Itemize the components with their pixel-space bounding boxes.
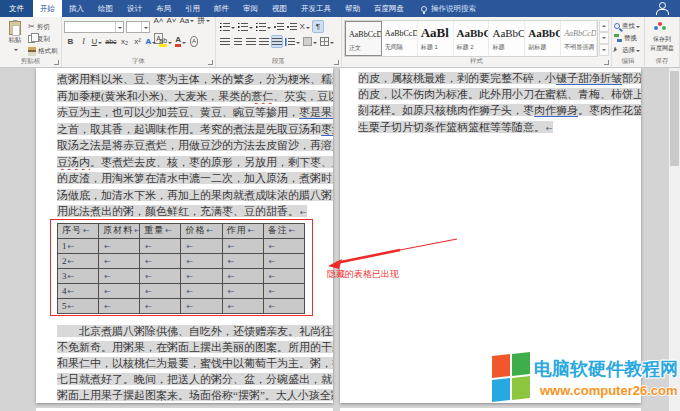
font-name-input[interactable]: [65, 22, 115, 32]
font-name-combo[interactable]: [64, 21, 124, 33]
scrollbar-thumb[interactable]: [670, 71, 679, 166]
font-group: A˄A˅Aa拼A BIUabcx₂x²AabAA 字体: [62, 17, 216, 67]
subscript-button[interactable]: x₂: [119, 35, 131, 48]
clipboard-group: 粘贴 ✂ 剪切 复制 格式刷 剪贴板: [0, 17, 62, 67]
ribbon: 粘贴 ✂ 剪切 复制 格式刷 剪贴板: [0, 17, 680, 68]
text-line[interactable]: 生栗子切片切条作篮柄篮框等等随意。←: [358, 119, 641, 135]
align-right-button[interactable]: [245, 35, 257, 48]
text-line[interactable]: 刻花样。如原只核桃肉作狮子头，枣肉作狮身。枣肉作花篮，: [358, 102, 641, 118]
text-line[interactable]: 用此法煮出的粥，颜色鲜红，充满枣、豆的甜香。←: [57, 203, 333, 220]
ribbon-tab-12[interactable]: 百度网盘: [367, 0, 411, 17]
italic-button[interactable]: I: [78, 35, 90, 48]
text-line[interactable]: 和果仁中，以核桃仁为最要，蜜饯中以葡萄干为主。粥，初: [57, 355, 333, 371]
strikethrough-button[interactable]: abc: [104, 35, 117, 48]
cut-label: 剪切: [37, 23, 50, 32]
increase-indent-button[interactable]: [286, 20, 298, 33]
text-line[interactable]: 不免新奇。用粥果，在粥面上摆出美丽的图案。所用的干果: [57, 339, 333, 355]
tell-me-box[interactable]: 操作说明搜索: [421, 0, 476, 17]
style-card-1[interactable]: AaBbCcDc无间隔: [382, 21, 418, 56]
text-line[interactable]: 的皮，属核桃最难，剥的要完整不碎，小镊子甜净折皱部分: [358, 70, 641, 86]
phonetic-guide-button[interactable]: 拼: [196, 14, 211, 27]
underline-button[interactable]: U: [91, 35, 104, 48]
font-size-input[interactable]: [127, 22, 141, 32]
find-button[interactable]: 查找: [614, 20, 642, 32]
replace-button[interactable]: 替换: [614, 32, 642, 44]
text-line[interactable]: 的皮，以不伤肉为标准。此外用小刀在蜜糕、青梅、柿饼上: [358, 86, 641, 102]
enclose-characters-button[interactable]: A: [188, 35, 200, 48]
align-center-button[interactable]: [232, 35, 244, 48]
ribbon-tab-0[interactable]: 文件: [0, 0, 33, 17]
multilevel-list-button[interactable]: [255, 20, 272, 33]
font-name-dropdown[interactable]: [115, 22, 123, 32]
text-line[interactable]: 七日就煮好了。晚间，把送人的粥分、盆，分碗盛出，就在: [57, 371, 333, 387]
paste-clipboard-icon: [9, 21, 21, 35]
decrease-indent-button[interactable]: [273, 20, 285, 33]
save-to-baidu-button[interactable]: 保存到 百度网盘: [647, 22, 677, 53]
style-card-6[interactable]: AaBbCcD不明显强调: [561, 21, 597, 56]
text-line[interactable]: 汤做底，加清水下米，再加上的果肉就煮成味浓的腊八粥了。: [57, 187, 333, 204]
text-line[interactable]: 的皮渣，用淘米箩在清水中漉一二次，加入原汤，煮粥时用: [57, 170, 333, 187]
bullets-button[interactable]: [219, 20, 236, 33]
font-size-combo[interactable]: [126, 21, 150, 33]
style-card-4[interactable]: AaBbC标题: [489, 21, 525, 56]
show-hide-marks-glyph: ¶: [316, 22, 320, 31]
text-line[interactable]: 煮粥用料以米、豆、枣为主体，米的繁多，分为梗米、糯米、: [57, 71, 333, 88]
change-case-button[interactable]: Aa: [179, 14, 196, 27]
watermark-site-name: 电脑软硬件教程网: [534, 357, 678, 381]
style-card-5[interactable]: AaBbC副标题: [525, 21, 561, 56]
text-line[interactable]: 豆汤内。枣煮烂去皮、核，枣的原形，另放用，剩下枣、豆: [57, 154, 333, 171]
text-line[interactable]: 取汤之法是将赤豆煮烂，用做豆沙的方法去皮留沙，再溶入: [57, 137, 333, 154]
ribbon-tab-11[interactable]: 帮助: [338, 0, 367, 17]
format-painter-button[interactable]: 格式刷: [28, 45, 58, 57]
styles-more-button[interactable]: [599, 44, 609, 56]
styles-scroll-down-button[interactable]: [599, 32, 609, 44]
text-effects-button[interactable]: A: [145, 35, 158, 48]
style-card-2[interactable]: AaBl标题 1: [418, 21, 454, 56]
superscript-button[interactable]: x²: [132, 35, 144, 48]
distribute-button[interactable]: [271, 35, 283, 48]
cut-button[interactable]: ✂ 剪切: [28, 21, 58, 33]
align-left-button[interactable]: [219, 35, 231, 48]
ribbon-tab-4[interactable]: 设计: [120, 0, 149, 17]
styles-scroll-up-button[interactable]: [599, 20, 609, 32]
font-size-dropdown[interactable]: [141, 22, 149, 32]
numbering-button[interactable]: [237, 20, 254, 33]
text-line[interactable]: 粥面上用果子摆起图案来。场面俗称“摆粥”。大人小孩全家: [57, 387, 333, 403]
bullets-caret-icon: [231, 27, 235, 31]
borders-icon: [320, 37, 329, 46]
copy-label: 复制: [37, 35, 50, 44]
style-card-3[interactable]: AaBbC标题 2: [454, 21, 490, 56]
ribbon-tab-10[interactable]: 开发工具: [294, 0, 338, 17]
shrink-font-button[interactable]: A˅: [166, 14, 178, 27]
select-button[interactable]: 选择: [614, 44, 642, 56]
line-spacing-button[interactable]: [284, 35, 301, 48]
paste-button[interactable]: 粘贴: [2, 19, 28, 57]
account-icon[interactable]: [654, 2, 668, 15]
justify-button[interactable]: [258, 35, 270, 48]
bold-button[interactable]: B: [65, 35, 77, 48]
style-card-0[interactable]: AaBbCcDc正文: [345, 21, 382, 56]
text-line[interactable]: 北京煮腊八粥除供佛、自吃外，还馈赠亲友。礼尚往来，: [57, 323, 333, 339]
shading-button[interactable]: [302, 35, 318, 48]
annotation-rectangle: [50, 219, 313, 316]
font-color-caret-icon: [182, 42, 186, 46]
ribbon-tab-8[interactable]: 审阅: [236, 0, 265, 17]
ribbon-tab-2[interactable]: 插入: [62, 0, 91, 17]
ribbon-tab-3[interactable]: 绘图: [91, 0, 120, 17]
copy-button[interactable]: 复制: [28, 33, 58, 45]
show-hide-marks-button[interactable]: ¶: [312, 20, 324, 33]
text-line[interactable]: 之首，取其香，起调味作用。考究的煮法是先取豆汤和枣汤，: [57, 121, 333, 138]
font-color-button[interactable]: A: [174, 35, 187, 48]
page2-para: 的皮，属核桃最难，剥的要完整不碎，小镊子甜净折皱部分的皮，以不伤肉为标准。此外用…: [358, 70, 641, 135]
text-highlight-color-button[interactable]: ab: [158, 35, 173, 48]
text-line[interactable]: 赤豆为主，也可以少加芸豆、黄豆、豌豆等掺用，枣是果类: [57, 104, 333, 121]
ribbon-tab-9[interactable]: 视图: [265, 0, 294, 17]
borders-button[interactable]: [319, 35, 335, 48]
increase-indent-icon: [287, 22, 297, 31]
ribbon-tab-1[interactable]: 开始: [33, 0, 62, 17]
text-effects-glyph: A: [146, 37, 152, 46]
grow-font-button[interactable]: A˄: [153, 14, 165, 27]
paragraph-row2: [218, 34, 339, 49]
asian-layout-button[interactable]: X: [299, 20, 311, 33]
text-line[interactable]: 再加黍梗(黄米和小米)、大麦米，果类的薏仁、芡实，豆以: [57, 88, 333, 105]
